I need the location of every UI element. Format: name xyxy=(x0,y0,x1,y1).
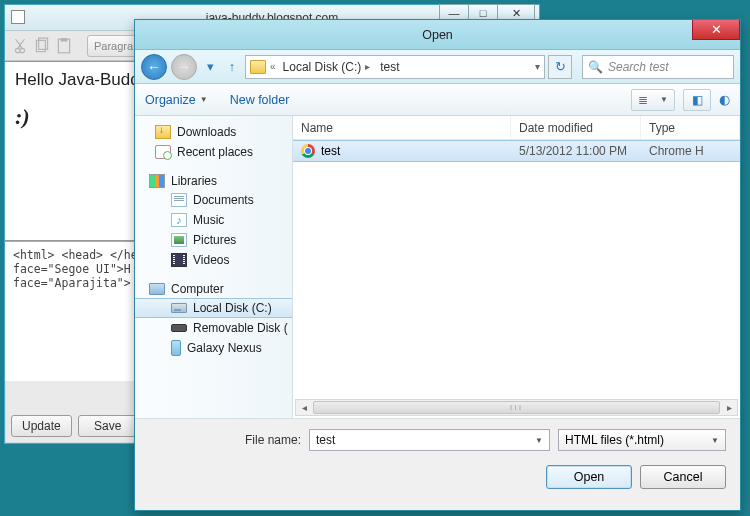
cut-icon[interactable] xyxy=(11,37,29,55)
bottom-buttons: Update Save xyxy=(11,415,138,437)
up-button[interactable]: ↑ xyxy=(223,56,241,78)
tree-music[interactable]: ♪Music xyxy=(135,210,292,230)
dialog-close-button[interactable]: ✕ xyxy=(692,20,740,40)
downloads-icon xyxy=(155,125,171,139)
chevron-down-icon: ▼ xyxy=(660,95,668,104)
dialog-title: Open xyxy=(422,28,453,42)
open-button[interactable]: Open xyxy=(546,465,632,489)
file-type: Chrome H xyxy=(641,144,740,158)
file-list-header[interactable]: Name Date modified Type xyxy=(293,116,740,140)
chevron-down-icon[interactable]: ▼ xyxy=(535,436,543,445)
recent-locations-dropdown[interactable]: ▾ xyxy=(201,56,219,78)
file-date: 5/13/2012 11:00 PM xyxy=(511,144,641,158)
help-button[interactable]: ◐ xyxy=(719,92,730,107)
back-button[interactable]: ← xyxy=(141,54,167,80)
refresh-button[interactable]: ↻ xyxy=(548,55,572,79)
scrollbar-thumb[interactable]: ııı xyxy=(313,401,720,414)
preview-icon: ◧ xyxy=(692,93,703,107)
tree-removable-disk[interactable]: Removable Disk ( xyxy=(135,318,292,338)
dialog-toolbar: Organize▼ New folder ≣ ▼ ◧ ◐ xyxy=(135,84,740,116)
tree-recent-places[interactable]: Recent places xyxy=(135,142,292,162)
folder-icon xyxy=(250,60,266,74)
update-button[interactable]: Update xyxy=(11,415,72,437)
computer-icon xyxy=(149,283,165,295)
tree-computer[interactable]: Computer xyxy=(135,280,292,298)
preview-pane-button[interactable]: ◧ xyxy=(683,89,711,111)
breadcrumb-seg-disk[interactable]: Local Disk (C:)▸ xyxy=(280,60,374,74)
scroll-left-icon[interactable]: ◂ xyxy=(296,402,312,413)
column-name[interactable]: Name xyxy=(293,116,511,139)
file-name: test xyxy=(321,144,340,158)
cancel-button[interactable]: Cancel xyxy=(640,465,726,489)
forward-button[interactable]: → xyxy=(171,54,197,80)
chevron-icon: « xyxy=(270,61,276,72)
file-list[interactable]: Name Date modified Type test 5/13/2012 1… xyxy=(293,116,740,418)
search-icon: 🔍 xyxy=(588,60,603,74)
tree-videos[interactable]: Videos xyxy=(135,250,292,270)
list-view-icon: ≣ xyxy=(638,93,648,107)
filename-input[interactable]: test ▼ xyxy=(309,429,550,451)
tree-local-disk[interactable]: Local Disk (C:) xyxy=(135,298,292,318)
search-placeholder: Search test xyxy=(608,60,669,74)
tree-libraries[interactable]: Libraries xyxy=(135,172,292,190)
libraries-icon xyxy=(149,174,165,188)
breadcrumb[interactable]: « Local Disk (C:)▸ test ▾ xyxy=(245,55,545,79)
tree-galaxy-nexus[interactable]: Galaxy Nexus xyxy=(135,338,292,358)
music-icon: ♪ xyxy=(171,213,187,227)
paste-icon[interactable] xyxy=(55,37,73,55)
chrome-file-icon xyxy=(301,144,315,158)
tree-pictures[interactable]: Pictures xyxy=(135,230,292,250)
disk-icon xyxy=(171,303,187,313)
horizontal-scrollbar[interactable]: ◂ ııı ▸ xyxy=(295,399,738,416)
tree-documents[interactable]: Documents xyxy=(135,190,292,210)
organize-menu[interactable]: Organize▼ xyxy=(145,93,208,107)
copy-icon[interactable] xyxy=(33,37,51,55)
filename-value: test xyxy=(316,433,335,447)
new-folder-button[interactable]: New folder xyxy=(230,93,290,107)
file-filter-dropdown[interactable]: HTML files (*.html) ▼ xyxy=(558,429,726,451)
search-input[interactable]: 🔍 Search test xyxy=(582,55,734,79)
dialog-titlebar[interactable]: Open ✕ xyxy=(135,20,740,50)
tree-downloads[interactable]: Downloads xyxy=(135,122,292,142)
app-icon xyxy=(11,10,25,24)
breadcrumb-seg-test[interactable]: test xyxy=(377,60,402,74)
column-type[interactable]: Type xyxy=(641,116,740,139)
nav-row: ← → ▾ ↑ « Local Disk (C:)▸ test ▾ ↻ 🔍 Se… xyxy=(135,50,740,84)
svg-rect-3 xyxy=(61,38,68,41)
file-filter-value: HTML files (*.html) xyxy=(565,433,664,447)
file-row[interactable]: test 5/13/2012 11:00 PM Chrome H xyxy=(293,140,740,162)
open-dialog: Open ✕ ← → ▾ ↑ « Local Disk (C:)▸ test ▾… xyxy=(134,19,741,511)
chevron-down-icon: ▼ xyxy=(711,436,719,445)
phone-icon xyxy=(171,340,181,356)
breadcrumb-dropdown-icon[interactable]: ▾ xyxy=(535,61,540,72)
recent-icon xyxy=(155,145,171,159)
pictures-icon xyxy=(171,233,187,247)
filename-label: File name: xyxy=(149,433,301,447)
documents-icon xyxy=(171,193,187,207)
removable-icon xyxy=(171,324,187,332)
dialog-bottom: File name: test ▼ HTML files (*.html) ▼ … xyxy=(135,418,740,510)
folder-tree[interactable]: Downloads Recent places Libraries Docume… xyxy=(135,116,293,418)
save-button[interactable]: Save xyxy=(78,415,138,437)
scroll-right-icon[interactable]: ▸ xyxy=(721,402,737,413)
videos-icon xyxy=(171,253,187,267)
column-date[interactable]: Date modified xyxy=(511,116,641,139)
view-mode-button[interactable]: ≣ ▼ xyxy=(631,89,675,111)
